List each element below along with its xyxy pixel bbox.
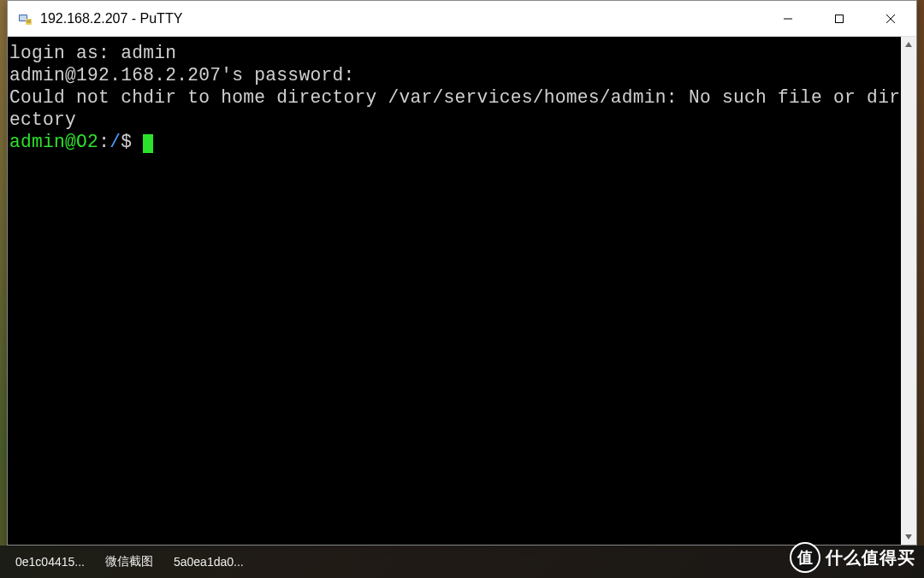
prompt-user: admin@O2 (9, 132, 98, 152)
taskbar-item[interactable]: 0e1c04415... (5, 546, 95, 578)
prompt-end: $ (121, 132, 143, 152)
watermark: 值 什么值得买 (790, 542, 915, 573)
prompt-sep: : (98, 132, 110, 152)
minimize-button[interactable] (762, 1, 814, 36)
password-line: admin@192.168.2.207's password: (9, 65, 354, 86)
terminal-cursor (143, 134, 153, 153)
svg-rect-6 (836, 15, 844, 22)
terminal-area: login as: admin admin@192.168.2.207's pa… (8, 37, 916, 545)
terminal[interactable]: login as: admin admin@192.168.2.207's pa… (8, 37, 901, 545)
scroll-up-arrow[interactable] (901, 37, 916, 52)
app-window: 192.168.2.207 - PuTTY login as: admin ad… (7, 0, 917, 546)
window-controls (762, 1, 916, 36)
taskbar-item[interactable]: 5a0ea1da0... (163, 546, 254, 578)
watermark-badge-icon: 值 (790, 542, 820, 573)
prompt-path: / (110, 132, 121, 152)
svg-rect-2 (26, 19, 32, 25)
svg-rect-1 (20, 15, 27, 21)
window-title: 192.168.2.207 - PuTTY (40, 11, 762, 27)
svg-marker-9 (905, 42, 912, 47)
close-button[interactable] (865, 1, 916, 36)
titlebar[interactable]: 192.168.2.207 - PuTTY (8, 1, 916, 37)
error-line: Could not chdir to home directory /var/s… (9, 87, 900, 130)
taskbar[interactable]: 0e1c04415... 微信截图 5a0ea1da0... (0, 546, 924, 578)
maximize-button[interactable] (814, 1, 865, 36)
putty-icon (16, 10, 33, 27)
svg-marker-10 (905, 534, 912, 540)
login-line: login as: admin (9, 43, 176, 63)
taskbar-item[interactable]: 微信截图 (95, 546, 163, 578)
vertical-scrollbar[interactable] (901, 37, 916, 545)
scroll-track[interactable] (901, 52, 916, 529)
watermark-text: 什么值得买 (826, 546, 915, 569)
